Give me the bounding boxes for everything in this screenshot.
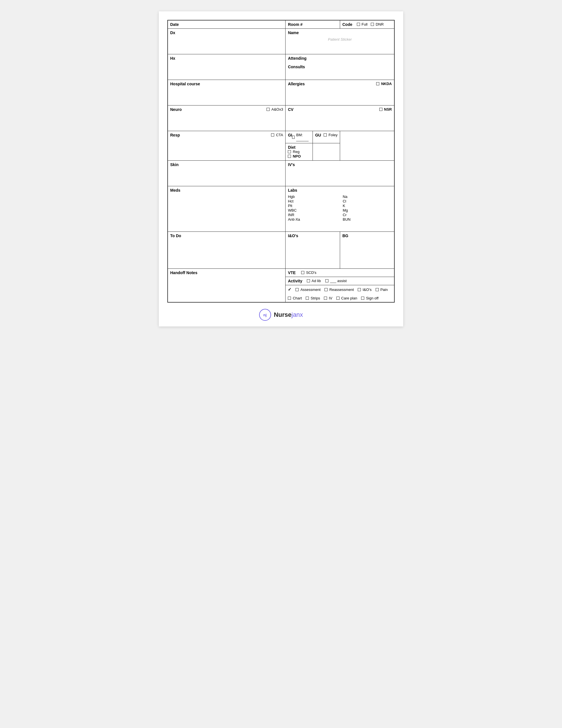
- date-label: Date: [170, 22, 179, 27]
- lab-antix: Anti-Xa: [288, 217, 337, 222]
- lab-na: Na: [343, 194, 392, 199]
- foley-checkbox[interactable]: Foley: [323, 133, 337, 137]
- care-plan-checkbox[interactable]: Care plan: [336, 296, 357, 300]
- gi-cell: GI BM: ______: [285, 131, 312, 143]
- skin-cell: Skin: [168, 161, 285, 186]
- gi-gu-cell: GI BM: ______ GU Foley: [285, 131, 340, 161]
- dx-row: Dx Name Patient Sticker: [168, 29, 394, 54]
- full-checkbox[interactable]: Full: [357, 22, 368, 26]
- pain-checkbox[interactable]: Pain: [376, 288, 388, 292]
- gi-row: GI BM: ______ GU Foley: [285, 131, 340, 143]
- lab-hgb: Hgb: [288, 194, 337, 199]
- gi-label: GI: [288, 133, 292, 137]
- iv-footer-checkbox[interactable]: IV: [324, 296, 332, 300]
- gu-cell: GU Foley: [313, 131, 340, 143]
- ios-footer-checkbox[interactable]: I&O's: [358, 288, 371, 292]
- meds-cell: Meds: [168, 186, 285, 232]
- labs-cell: Labs Hgb Hct Plt WBC INR Anti-Xa Na Cl K: [285, 186, 394, 232]
- cv-cell: CV NSR: [285, 106, 394, 131]
- lab-bun: BUN: [343, 217, 392, 222]
- diet-row: Diet Reg NPO: [285, 143, 340, 161]
- reg-checkbox[interactable]: Reg: [288, 150, 299, 154]
- labs-left-col: Hgb Hct Plt WBC INR Anti-Xa: [288, 194, 337, 222]
- logo-icon: nj: [259, 309, 271, 321]
- labs-label: Labs: [288, 188, 297, 193]
- todo-row: To Do I&O's BG: [168, 232, 394, 269]
- skin-label: Skin: [170, 162, 179, 167]
- bg-cell: BG: [340, 232, 394, 269]
- attending-label: Attending: [288, 56, 306, 61]
- lab-k: K: [343, 203, 392, 208]
- scds-checkbox[interactable]: SCD's: [301, 270, 316, 275]
- cv-label: CV: [288, 107, 293, 112]
- ivs-label: IV's: [288, 162, 294, 167]
- date-row: Date Room # Code Full DNR: [168, 20, 394, 29]
- checkmark: ✓: [288, 287, 291, 292]
- hx-row: Hx Attending Consults: [168, 54, 394, 80]
- chart-checkbox[interactable]: Chart: [288, 296, 302, 300]
- sign-off-checkbox[interactable]: Sign off: [361, 296, 378, 300]
- nsr-checkbox[interactable]: NSR: [379, 107, 392, 111]
- resp-cell: Resp CTA: [168, 131, 285, 161]
- name-label: Name: [288, 30, 298, 35]
- lab-cr: Cr: [343, 212, 392, 217]
- npo-checkbox[interactable]: NPO: [288, 154, 300, 158]
- handoff-row: Handoff Notes VTE SCD's Activity Ad lib: [168, 269, 394, 285]
- lab-hct: Hct: [288, 199, 337, 203]
- assessment-checkbox[interactable]: Assessment: [295, 288, 320, 292]
- lab-inr: INR: [288, 212, 337, 217]
- hx-label: Hx: [170, 56, 175, 61]
- ivs-cell: IV's: [285, 161, 394, 186]
- diet-label: Diet: [288, 145, 295, 150]
- vte-activity-cell: VTE SCD's Activity Ad lib ___ assist: [285, 269, 394, 285]
- code-cell: Code Full DNR: [340, 20, 394, 29]
- todo-cell: To Do: [168, 232, 285, 269]
- labs-right-col: Na Cl K Mg Cr BUN: [343, 194, 392, 222]
- bg-label: BG: [342, 233, 348, 238]
- name-cell: Name Patient Sticker: [285, 29, 394, 54]
- strips-checkbox[interactable]: Strips: [306, 296, 320, 300]
- attending-consults-cell: Attending Consults: [285, 54, 394, 80]
- allergies-label: Allergies: [288, 82, 304, 86]
- hospital-course-row: Hospital course Allergies NKDA: [168, 80, 394, 106]
- hx-cell: Hx: [168, 54, 285, 80]
- checkrow: ✓ Assessment Reassessment I&O's Pain Cha…: [288, 287, 392, 300]
- ios-label: I&O's: [288, 233, 298, 238]
- resp-label: Resp: [170, 133, 180, 137]
- activity-label: Activity: [288, 279, 302, 283]
- neuro-row: Neuro A&Ox3 CV NSR: [168, 106, 394, 131]
- gu-label: GU: [315, 133, 321, 137]
- meds-label: Meds: [170, 188, 181, 193]
- logo-area: nj Nursejanx: [167, 309, 395, 321]
- bm-checkbox[interactable]: BM: ______: [292, 133, 310, 141]
- reassessment-checkbox[interactable]: Reassessment: [324, 288, 354, 292]
- activity-row: Activity Ad lib ___ assist: [285, 277, 394, 285]
- resp-row: Resp CTA GI BM: ______: [168, 131, 394, 161]
- consults-label: Consults: [288, 65, 305, 69]
- lab-wbc: WBC: [288, 208, 337, 212]
- logo-text: Nursejanx: [274, 311, 303, 319]
- handoff-cell: Handoff Notes: [168, 269, 285, 303]
- main-table: Date Room # Code Full DNR Dx: [167, 20, 395, 303]
- labs-grid: Hgb Hct Plt WBC INR Anti-Xa Na Cl K Mg C…: [288, 194, 392, 222]
- page: Date Room # Code Full DNR Dx: [159, 11, 403, 326]
- date-cell: Date: [168, 20, 285, 29]
- todo-label: To Do: [170, 233, 181, 238]
- dnr-checkbox[interactable]: DNR: [371, 22, 383, 26]
- aox3-checkbox[interactable]: A&Ox3: [267, 107, 283, 111]
- vte-row: VTE SCD's: [285, 269, 394, 277]
- lab-cl: Cl: [343, 199, 392, 203]
- ios-cell: I&O's: [285, 232, 340, 269]
- adlib-checkbox[interactable]: Ad lib: [307, 279, 321, 283]
- cta-checkbox[interactable]: CTA: [271, 133, 283, 137]
- handoff-label: Handoff Notes: [170, 270, 198, 275]
- nkda-checkbox[interactable]: NKDA: [376, 82, 392, 86]
- neuro-label: Neuro: [170, 107, 182, 112]
- dx-cell: Dx: [168, 29, 285, 54]
- assist-checkbox[interactable]: ___ assist: [325, 279, 347, 283]
- neuro-cell: Neuro A&Ox3: [168, 106, 285, 131]
- lab-mg: Mg: [343, 208, 392, 212]
- diet-cell: Diet Reg NPO: [285, 143, 312, 161]
- dx-label: Dx: [170, 30, 175, 35]
- hospital-course-cell: Hospital course: [168, 80, 285, 106]
